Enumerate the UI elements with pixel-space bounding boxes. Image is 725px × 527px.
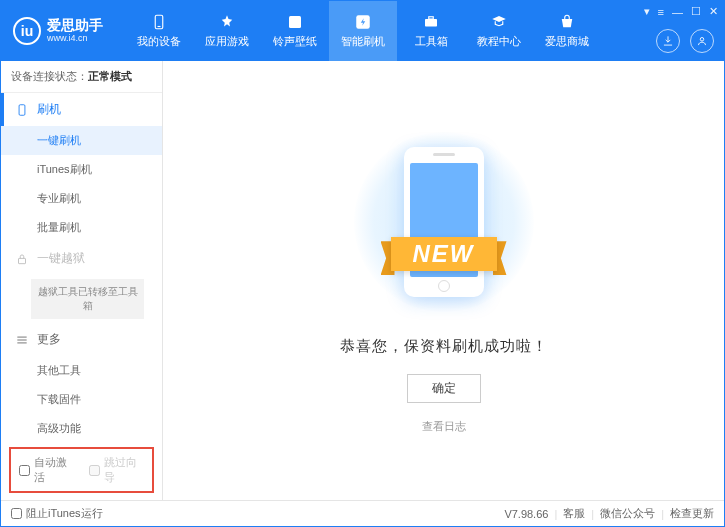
svg-rect-5 bbox=[429, 17, 434, 19]
nav-tutorials[interactable]: 教程中心 bbox=[465, 1, 533, 61]
store-icon bbox=[557, 13, 577, 31]
sidebar-item-advanced[interactable]: 高级功能 bbox=[1, 414, 162, 443]
nav-smart-flash[interactable]: 智能刷机 bbox=[329, 1, 397, 61]
wallpaper-icon bbox=[285, 13, 305, 31]
svg-rect-7 bbox=[19, 104, 25, 115]
version-label: V7.98.66 bbox=[504, 508, 548, 520]
sidebar-group-more[interactable]: 更多 bbox=[1, 323, 162, 356]
minimize-icon[interactable]: — bbox=[672, 6, 683, 18]
svg-rect-2 bbox=[289, 16, 301, 28]
block-itunes-checkbox[interactable]: 阻止iTunes运行 bbox=[11, 506, 103, 521]
nav-my-device[interactable]: 我的设备 bbox=[125, 1, 193, 61]
toolbox-icon bbox=[421, 13, 441, 31]
options-box: 自动激活 跳过向导 bbox=[9, 447, 154, 493]
svg-point-6 bbox=[700, 38, 704, 42]
nav-store[interactable]: 爱思商城 bbox=[533, 1, 601, 61]
check-update-link[interactable]: 检查更新 bbox=[670, 506, 714, 521]
view-log-link[interactable]: 查看日志 bbox=[422, 419, 466, 434]
success-illustration: NEW bbox=[349, 127, 539, 317]
sidebar-item-pro-flash[interactable]: 专业刷机 bbox=[1, 184, 162, 213]
sidebar-item-download-firmware[interactable]: 下载固件 bbox=[1, 385, 162, 414]
svg-rect-4 bbox=[425, 19, 437, 27]
user-button[interactable] bbox=[690, 29, 714, 53]
phone-icon bbox=[15, 103, 29, 117]
tutorial-icon bbox=[489, 13, 509, 31]
lock-icon bbox=[15, 252, 29, 266]
apps-icon bbox=[217, 13, 237, 31]
connection-status: 设备连接状态：正常模式 bbox=[1, 61, 162, 93]
app-url: www.i4.cn bbox=[47, 34, 103, 44]
logo: iu 爱思助手 www.i4.cn bbox=[13, 17, 103, 45]
customer-service-link[interactable]: 客服 bbox=[563, 506, 585, 521]
flash-icon bbox=[353, 13, 373, 31]
sidebar-group-jailbreak: 一键越狱 bbox=[1, 242, 162, 275]
sidebar-item-one-click-flash[interactable]: 一键刷机 bbox=[1, 126, 162, 155]
window-controls: ▾ ≡ — ☐ ✕ bbox=[644, 5, 718, 18]
nav-apps-games[interactable]: 应用游戏 bbox=[193, 1, 261, 61]
nav-ringtones[interactable]: 铃声壁纸 bbox=[261, 1, 329, 61]
logo-icon: iu bbox=[13, 17, 41, 45]
main-content: NEW 恭喜您，保资料刷机成功啦！ 确定 查看日志 bbox=[163, 61, 724, 500]
list-icon[interactable]: ≡ bbox=[658, 6, 664, 18]
sidebar: 设备连接状态：正常模式 刷机 一键刷机 iTunes刷机 专业刷机 批量刷机 一… bbox=[1, 61, 163, 500]
success-message: 恭喜您，保资料刷机成功啦！ bbox=[340, 337, 548, 356]
auto-activate-checkbox[interactable]: 自动激活 bbox=[19, 455, 75, 485]
app-header: iu 爱思助手 www.i4.cn 我的设备 应用游戏 铃声壁纸 智能刷机 bbox=[1, 1, 724, 61]
top-nav: 我的设备 应用游戏 铃声壁纸 智能刷机 工具箱 教程中心 bbox=[125, 1, 601, 61]
ok-button[interactable]: 确定 bbox=[407, 374, 481, 403]
skip-guide-checkbox[interactable]: 跳过向导 bbox=[89, 455, 145, 485]
sidebar-item-batch-flash[interactable]: 批量刷机 bbox=[1, 213, 162, 242]
app-name: 爱思助手 bbox=[47, 18, 103, 33]
wechat-link[interactable]: 微信公众号 bbox=[600, 506, 655, 521]
footer: 阻止iTunes运行 V7.98.66 | 客服 | 微信公众号 | 检查更新 bbox=[1, 500, 724, 526]
device-icon bbox=[149, 13, 169, 31]
phone-illustration bbox=[404, 147, 484, 297]
maximize-icon[interactable]: ☐ bbox=[691, 5, 701, 18]
nav-toolbox[interactable]: 工具箱 bbox=[397, 1, 465, 61]
close-icon[interactable]: ✕ bbox=[709, 5, 718, 18]
menu-icon[interactable]: ▾ bbox=[644, 5, 650, 18]
more-icon bbox=[15, 333, 29, 347]
sidebar-item-other-tools[interactable]: 其他工具 bbox=[1, 356, 162, 385]
download-button[interactable] bbox=[656, 29, 680, 53]
svg-rect-8 bbox=[19, 258, 26, 263]
jailbreak-notice: 越狱工具已转移至工具箱 bbox=[31, 279, 144, 319]
sidebar-group-flash[interactable]: 刷机 bbox=[1, 93, 162, 126]
sidebar-item-itunes-flash[interactable]: iTunes刷机 bbox=[1, 155, 162, 184]
new-ribbon: NEW bbox=[391, 237, 497, 271]
